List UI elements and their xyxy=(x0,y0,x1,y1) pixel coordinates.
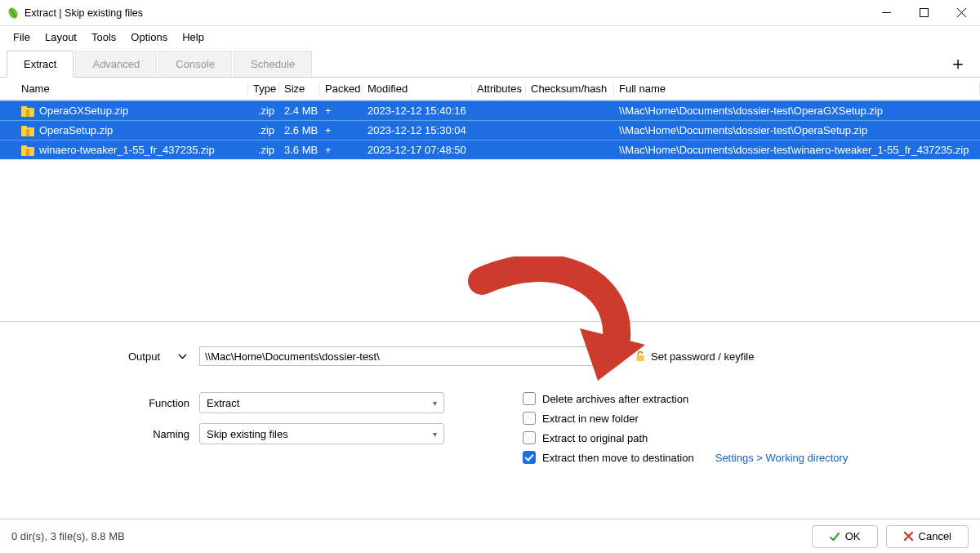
extract-options-panel: Output ... Set password / keyfile Functi… xyxy=(0,321,980,470)
svg-rect-15 xyxy=(637,355,644,361)
menu-options[interactable]: Options xyxy=(124,29,174,45)
header-packed[interactable]: Packed xyxy=(320,83,363,95)
status-text: 0 dir(s), 3 file(s), 8.8 MB xyxy=(11,530,125,542)
header-name[interactable]: Name xyxy=(7,83,248,95)
window-title: Extract | Skip existing files xyxy=(24,7,143,19)
header-attributes[interactable]: Attributes xyxy=(472,83,526,95)
table-row[interactable]: OperaSetup.zip .zip 2.6 MB + 2023-12-12 … xyxy=(0,120,980,140)
extract-newfolder-checkbox[interactable] xyxy=(523,412,536,425)
header-size[interactable]: Size xyxy=(279,83,320,95)
chevron-down-icon: ▾ xyxy=(433,399,437,408)
header-type[interactable]: Type xyxy=(248,83,279,95)
chevron-down-icon xyxy=(178,354,187,359)
tab-extract[interactable]: Extract xyxy=(7,51,74,78)
naming-select[interactable]: Skip existing files ▾ xyxy=(199,423,444,444)
svg-rect-3 xyxy=(920,9,928,17)
svg-rect-7 xyxy=(21,106,27,109)
maximize-button[interactable] xyxy=(905,0,942,26)
tab-advanced[interactable]: Advanced xyxy=(75,51,157,77)
check-icon xyxy=(829,531,840,542)
tab-console[interactable]: Console xyxy=(158,51,232,77)
table-empty-area[interactable] xyxy=(0,159,980,321)
close-button[interactable] xyxy=(942,0,980,26)
archive-icon xyxy=(21,126,34,136)
settings-link[interactable]: Settings > Working directory xyxy=(715,452,849,464)
table-header: Name Type Size Packed Modified Attribute… xyxy=(0,78,980,100)
archive-icon xyxy=(21,145,34,156)
menu-bar: File Layout Tools Options Help xyxy=(0,26,980,48)
minimize-button[interactable] xyxy=(867,0,905,26)
app-icon xyxy=(7,7,20,20)
naming-label: Naming xyxy=(0,428,199,440)
header-fullname[interactable]: Full name xyxy=(614,83,980,95)
header-modified[interactable]: Modified xyxy=(363,83,472,95)
svg-rect-14 xyxy=(26,149,29,156)
set-password-link[interactable]: Set password / keyfile xyxy=(635,350,754,363)
file-list: OperaGXSetup.zip .zip 2.4 MB + 2023-12-1… xyxy=(0,100,980,159)
delete-after-checkbox[interactable] xyxy=(523,392,536,405)
function-label: Function xyxy=(0,397,199,409)
tab-schedule[interactable]: Schedule xyxy=(234,51,312,77)
extract-move-label: Extract then move to destination xyxy=(542,452,694,464)
cancel-button[interactable]: Cancel xyxy=(886,525,969,548)
browse-output-button[interactable]: ... xyxy=(599,346,620,366)
extract-original-checkbox[interactable] xyxy=(523,431,536,444)
header-hash[interactable]: Checksum/hash xyxy=(526,83,614,95)
output-path-input[interactable] xyxy=(199,346,595,366)
title-bar: Extract | Skip existing files xyxy=(0,0,980,26)
menu-help[interactable]: Help xyxy=(176,29,211,45)
extract-original-label: Extract to original path xyxy=(542,432,648,444)
output-label: Output xyxy=(128,350,160,363)
unlock-icon xyxy=(635,350,646,362)
function-select[interactable]: Extract ▾ xyxy=(199,392,444,413)
chevron-down-icon: ▾ xyxy=(433,430,437,439)
svg-rect-11 xyxy=(26,129,29,136)
delete-after-label: Delete archives after extraction xyxy=(542,393,688,405)
add-tab-button[interactable]: ＋ xyxy=(949,51,980,76)
table-row[interactable]: OperaGXSetup.zip .zip 2.4 MB + 2023-12-1… xyxy=(0,100,980,120)
svg-rect-10 xyxy=(21,126,27,129)
svg-rect-8 xyxy=(26,109,29,117)
output-expand-button[interactable] xyxy=(175,354,189,359)
menu-file[interactable]: File xyxy=(7,29,37,45)
menu-layout[interactable]: Layout xyxy=(38,29,83,45)
table-row[interactable]: winaero-tweaker_1-55_fr_437235.zip .zip … xyxy=(0,140,980,159)
archive-icon xyxy=(21,106,34,117)
tab-strip: Extract Advanced Console Schedule ＋ xyxy=(0,50,980,78)
menu-tools[interactable]: Tools xyxy=(85,29,122,45)
x-icon xyxy=(903,531,914,542)
extract-move-checkbox[interactable] xyxy=(523,451,536,464)
ok-button[interactable]: OK xyxy=(812,525,878,548)
status-bar: 0 dir(s), 3 file(s), 8.8 MB OK Cancel xyxy=(0,519,980,553)
extract-newfolder-label: Extract in new folder xyxy=(542,413,639,425)
svg-rect-13 xyxy=(21,145,27,149)
